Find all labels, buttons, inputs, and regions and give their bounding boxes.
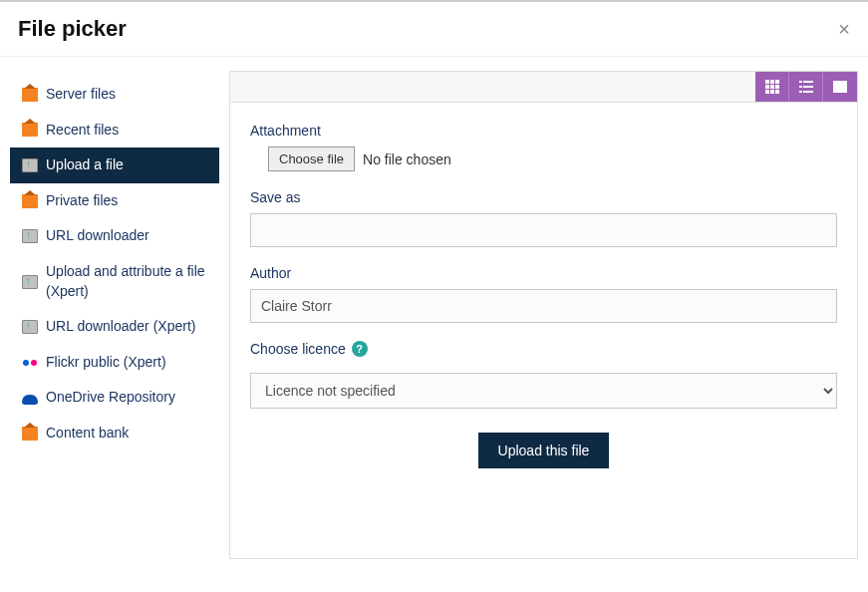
- svg-rect-1: [770, 80, 774, 84]
- sidebar-item-server-files[interactable]: Server files: [10, 77, 219, 113]
- close-icon: ×: [838, 18, 850, 40]
- sidebar-item-label: Flickr public (Xpert): [46, 353, 166, 373]
- flickr-icon: [22, 356, 38, 370]
- author-label: Author: [250, 265, 837, 281]
- view-list-button[interactable]: [789, 72, 823, 102]
- svg-rect-6: [765, 90, 769, 94]
- svg-rect-7: [770, 90, 774, 94]
- sidebar-item-label: URL downloader: [46, 226, 149, 246]
- upload-button[interactable]: Upload this file: [478, 433, 610, 468]
- svg-rect-9: [799, 81, 802, 83]
- help-icon[interactable]: ?: [352, 341, 368, 357]
- svg-rect-2: [775, 80, 779, 84]
- sidebar-item-label: Server files: [46, 85, 116, 105]
- choose-file-button[interactable]: Choose file: [268, 147, 355, 171]
- attachment-label: Attachment: [250, 123, 837, 139]
- house-icon: [22, 194, 38, 208]
- grid-icon: [765, 80, 779, 94]
- sidebar-item-content-bank[interactable]: Content bank: [10, 416, 219, 451]
- cloud-icon: [22, 395, 38, 405]
- folder-icon: [833, 81, 847, 93]
- sidebar-item-upload[interactable]: Upload a file: [10, 148, 219, 183]
- sidebar-item-url-downloader[interactable]: URL downloader: [10, 218, 219, 254]
- sidebar-item-label: Private files: [46, 191, 118, 211]
- house-icon: [22, 123, 38, 137]
- download-icon: [22, 229, 38, 243]
- sidebar-item-label: Upload a file: [46, 155, 124, 175]
- sidebar-item-private-files[interactable]: Private files: [10, 183, 219, 219]
- saveas-input[interactable]: [250, 213, 837, 247]
- sidebar-item-recent-files[interactable]: Recent files: [10, 113, 219, 148]
- svg-rect-4: [770, 85, 774, 89]
- svg-rect-14: [803, 91, 813, 93]
- main-panel: Attachment Choose file No file chosen Sa…: [229, 71, 858, 559]
- list-icon: [799, 81, 813, 93]
- view-tree-button[interactable]: [823, 72, 857, 102]
- svg-rect-3: [765, 85, 769, 89]
- sidebar-item-label: Recent files: [46, 121, 119, 141]
- licence-select[interactable]: Licence not specified: [250, 373, 837, 409]
- svg-rect-11: [799, 86, 802, 88]
- sidebar-item-label: Content bank: [46, 424, 129, 444]
- svg-rect-8: [775, 90, 779, 94]
- svg-rect-0: [765, 80, 769, 84]
- svg-rect-15: [833, 84, 847, 93]
- dialog-title: File picker: [18, 16, 127, 42]
- close-button[interactable]: ×: [838, 18, 850, 41]
- author-input[interactable]: [250, 289, 837, 323]
- sidebar-item-flickr[interactable]: Flickr public (Xpert): [10, 345, 219, 381]
- sidebar-item-label: URL downloader (Xpert): [46, 317, 195, 337]
- svg-rect-13: [799, 91, 802, 93]
- svg-rect-12: [803, 86, 813, 88]
- house-icon: [22, 88, 38, 102]
- sidebar-item-url-downloader-xpert[interactable]: URL downloader (Xpert): [10, 309, 219, 345]
- sidebar-item-label: Upload and attribute a file (Xpert): [46, 262, 207, 301]
- sidebar-item-label: OneDrive Repository: [46, 388, 175, 408]
- repository-sidebar: Server files Recent files Upload a file …: [10, 71, 219, 559]
- svg-rect-10: [803, 81, 813, 83]
- house-icon: [22, 427, 38, 441]
- upload-icon: [22, 275, 38, 289]
- svg-rect-5: [775, 85, 779, 89]
- saveas-label: Save as: [250, 189, 837, 205]
- view-grid-button[interactable]: [755, 72, 789, 102]
- file-status-text: No file chosen: [363, 151, 451, 167]
- licence-label: Choose licence: [250, 341, 346, 357]
- sidebar-item-upload-xpert[interactable]: Upload and attribute a file (Xpert): [10, 254, 219, 309]
- download-icon: [22, 320, 38, 334]
- view-toolbar: [230, 72, 857, 103]
- sidebar-item-onedrive[interactable]: OneDrive Repository: [10, 380, 219, 416]
- upload-icon: [22, 158, 38, 172]
